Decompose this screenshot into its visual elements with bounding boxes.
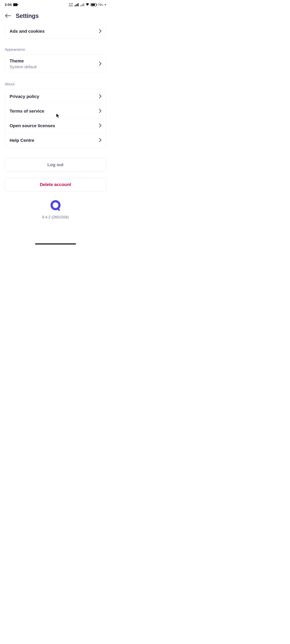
appearance-card: Theme System default — [5, 54, 106, 73]
chevron-right-icon — [99, 62, 102, 66]
theme-value: System default — [10, 64, 37, 69]
page-title: Settings — [16, 12, 39, 19]
page-header: Settings — [0, 10, 111, 24]
chevron-right-icon — [99, 124, 102, 128]
ads-cookies-label: Ads and cookies — [10, 29, 45, 34]
privacy-policy-label: Privacy policy — [10, 94, 39, 99]
chevron-right-icon — [99, 29, 102, 34]
status-right: 8.94 KB/s — [69, 3, 106, 7]
battery-percent: 79% — [98, 3, 103, 6]
camera-icon — [13, 3, 17, 6]
network-speed: 8.94 KB/s — [69, 3, 73, 7]
licenses-label: Open source licenses — [10, 123, 55, 128]
chevron-right-icon — [99, 109, 102, 114]
terms-of-service-item[interactable]: Terms of service — [5, 104, 106, 118]
empty-area — [111, 0, 290, 644]
back-button[interactable] — [5, 13, 11, 19]
appearance-section-header: Appearance — [0, 39, 111, 54]
wifi-icon — [86, 3, 89, 7]
delete-account-button[interactable]: Delete account — [5, 178, 106, 191]
footer: 9.4.2 (2601556) — [0, 200, 111, 219]
version-text: 9.4.2 (2601556) — [42, 215, 69, 219]
status-left: 2:04 — [5, 3, 17, 7]
signal-icon-1 — [74, 3, 79, 6]
terms-label: Terms of service — [10, 109, 44, 114]
theme-label: Theme — [10, 58, 37, 64]
chevron-right-icon — [99, 138, 102, 143]
about-card: Privacy policy Terms of service Open sou… — [5, 89, 106, 148]
logout-button[interactable]: Log out — [5, 158, 106, 172]
app-logo-icon — [50, 200, 61, 211]
help-label: Help Centre — [10, 138, 34, 143]
privacy-indicator-icon — [104, 4, 106, 6]
phone-screen: 2:04 8.94 KB/s — [0, 0, 111, 246]
help-centre-item[interactable]: Help Centre — [5, 133, 106, 148]
privacy-policy-item[interactable]: Privacy policy — [5, 89, 106, 104]
status-time: 2:04 — [5, 3, 12, 7]
signal-icon-2 — [80, 3, 84, 6]
ads-cookies-item[interactable]: Ads and cookies — [5, 24, 106, 38]
battery-icon — [90, 3, 96, 6]
theme-item[interactable]: Theme System default — [5, 55, 106, 73]
about-section-header: About — [0, 73, 111, 89]
chevron-right-icon — [99, 94, 102, 99]
nav-bar-indicator[interactable] — [35, 244, 76, 244]
ads-cookies-card: Ads and cookies — [5, 24, 106, 39]
open-source-licenses-item[interactable]: Open source licenses — [5, 118, 106, 133]
status-bar: 2:04 8.94 KB/s — [0, 0, 111, 10]
